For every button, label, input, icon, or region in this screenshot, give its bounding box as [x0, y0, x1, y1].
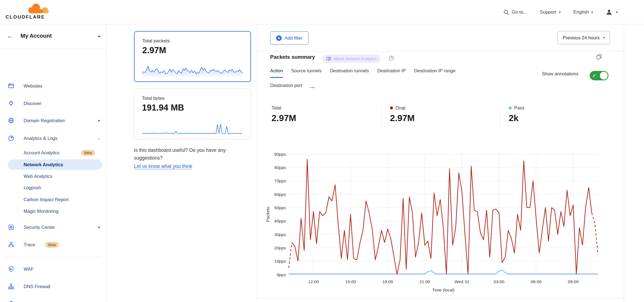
sidebar-item-logpush[interactable]: Logpush — [0, 181, 106, 194]
svg-text:12:00: 12:00 — [308, 279, 319, 284]
sidebar-divider — [4, 257, 101, 257]
chevron-down-icon: ▾ — [603, 36, 605, 39]
sidebar: ← My Account ▸ Websites Discover Domain … — [0, 24, 106, 302]
toggle-knob — [600, 72, 608, 80]
dimension-tabs-row2: Destination port ⋯ — [270, 83, 316, 92]
stat-divider — [382, 106, 382, 130]
cloudflare-cloud-icon — [27, 3, 50, 14]
pie-chart-icon — [8, 135, 14, 142]
total-bytes-card[interactable]: Total bytes 191.94 MB — [134, 89, 251, 139]
svg-text:09:00: 09:00 — [568, 279, 579, 284]
chevron-down-icon: ▾ — [591, 11, 593, 14]
sidebar-item-account-analytics[interactable]: Account Analytics Beta — [0, 147, 106, 159]
svg-text:80pps: 80pps — [274, 165, 286, 170]
user-icon — [606, 9, 612, 16]
shield-gear-icon — [8, 266, 14, 272]
stat-pass: Pass 2k — [509, 105, 524, 123]
sidebar-item-discover[interactable]: Discover — [0, 97, 106, 109]
sidebar-item-trace[interactable]: Trace Beta — [0, 239, 106, 251]
account-title: My Account — [21, 33, 52, 39]
svg-text:90pps: 90pps — [274, 152, 286, 157]
beta-badge: Beta — [45, 242, 59, 248]
main-panel: Add filter Previous 24 hours ▾ Packets s… — [257, 24, 624, 302]
svg-text:Time (local): Time (local) — [432, 288, 454, 292]
tab-destination-tunnels[interactable]: Destination tunnels — [330, 68, 369, 78]
svg-text:18:00: 18:00 — [382, 279, 393, 284]
sidebar-item-waf[interactable]: WAF — [0, 263, 106, 275]
svg-text:0pps: 0pps — [277, 272, 286, 277]
stat-drop-value: 2.97M — [390, 113, 415, 123]
svg-text:Packets: Packets — [265, 207, 270, 222]
expand-panel-icon[interactable] — [596, 54, 602, 60]
annotations-toggle[interactable]: ✓ — [590, 71, 608, 80]
svg-text:03:00: 03:00 — [494, 279, 504, 284]
pie-chart-icon[interactable] — [388, 55, 394, 61]
card-label: Total bytes — [142, 96, 164, 101]
svg-text:10pps: 10pps — [274, 259, 286, 263]
plus-circle-icon — [276, 35, 282, 41]
check-icon: ✓ — [592, 73, 596, 78]
tab-destination-ip-range[interactable]: Destination IP range — [414, 68, 455, 78]
time-range-select[interactable]: Previous 24 hours ▾ — [557, 31, 610, 44]
panel-bottom-border — [257, 298, 624, 298]
dimension-tabs: Action Source tunnels Destination tunnel… — [270, 68, 455, 78]
support-menu[interactable]: Support ▾ — [540, 9, 561, 15]
cloudflare-logo[interactable]: CLOUDFLARE — [6, 2, 53, 23]
svg-text:70pps: 70pps — [274, 178, 286, 183]
chevron-down-icon: ▾ — [98, 225, 100, 229]
stat-divider — [500, 106, 500, 130]
card-value: 2.97M — [142, 45, 166, 55]
book-icon — [326, 56, 331, 61]
feedback-question: Is this dashboard useful? Do you have an… — [134, 146, 254, 162]
about-network-analytics-badge[interactable]: About Network Analytics — [322, 55, 381, 63]
chevron-right-icon[interactable]: ▸ — [98, 34, 100, 38]
refresh-check-icon — [8, 300, 14, 302]
language-menu[interactable]: English ▾ — [573, 9, 593, 15]
chevron-down-icon: ▾ — [559, 11, 561, 14]
svg-text:15:00: 15:00 — [345, 279, 356, 284]
sidebar-item-websites[interactable]: Websites — [0, 80, 106, 92]
svg-text:Wed 31: Wed 31 — [455, 279, 469, 284]
total-packets-card[interactable]: Total packets 2.97M — [134, 31, 251, 82]
back-arrow-icon[interactable]: ← — [7, 32, 14, 40]
beta-badge: Beta — [81, 150, 95, 156]
tab-destination-ip[interactable]: Destination IP — [377, 68, 406, 78]
sidebar-item-security-center[interactable]: Security Center ▾ — [0, 221, 106, 233]
search-icon — [503, 9, 509, 15]
sidebar-item-analytics-logs[interactable]: Analytics & Logs ▴ — [0, 132, 106, 144]
tab-action[interactable]: Action — [270, 68, 283, 78]
sidebar-item-web-analytics[interactable]: Web Analytics — [0, 170, 106, 182]
add-filter-button[interactable]: Add filter — [270, 31, 308, 45]
card-value: 191.94 MB — [142, 103, 184, 113]
goto-label: Go to... — [512, 9, 527, 15]
filter-bar: Add filter Previous 24 hours ▾ — [257, 24, 624, 51]
account-header: ← My Account ▸ — [0, 24, 106, 49]
packets-sparkline — [142, 62, 243, 79]
chevron-down-icon: ▾ — [98, 119, 100, 123]
tab-destination-port[interactable]: Destination port — [270, 83, 302, 92]
browser-icon — [8, 83, 14, 89]
pass-legend-dot — [509, 106, 512, 109]
svg-text:50pps: 50pps — [274, 205, 286, 210]
chevron-down-icon: ▾ — [616, 11, 618, 14]
more-tabs-icon[interactable]: ⋯ — [310, 84, 316, 91]
sidebar-item-domain-registration[interactable]: Domain Registration ▾ — [0, 114, 106, 127]
svg-text:30pps: 30pps — [274, 232, 286, 237]
svg-text:21:00: 21:00 — [419, 279, 430, 284]
svg-text:20pps: 20pps — [274, 245, 286, 250]
sidebar-item-turnstile[interactable]: Turnstile — [0, 298, 106, 302]
svg-text:06:00: 06:00 — [531, 279, 542, 284]
globe-icon — [8, 117, 14, 124]
sidebar-item-network-analytics[interactable]: Network Analytics — [0, 158, 106, 171]
top-header: CLOUDFLARE Go to... Support ▾ English ▾ … — [0, 0, 644, 24]
goto-search[interactable]: Go to... — [503, 9, 527, 15]
trace-icon — [8, 241, 14, 248]
sidebar-item-carbon-impact-report[interactable]: Carbon Impact Report — [0, 193, 106, 206]
stat-total-value: 2.97M — [272, 113, 296, 123]
tab-source-tunnels[interactable]: Source tunnels — [291, 68, 322, 78]
account-menu[interactable]: ▾ — [606, 9, 618, 16]
feedback-link[interactable]: Let us know what you think — [134, 162, 192, 170]
sidebar-item-dns-firewall[interactable]: DNS Firewall — [0, 280, 106, 293]
stat-pass-value: 2k — [509, 113, 524, 123]
sidebar-item-magic-monitoring[interactable]: Magic Monitoring — [0, 205, 106, 217]
